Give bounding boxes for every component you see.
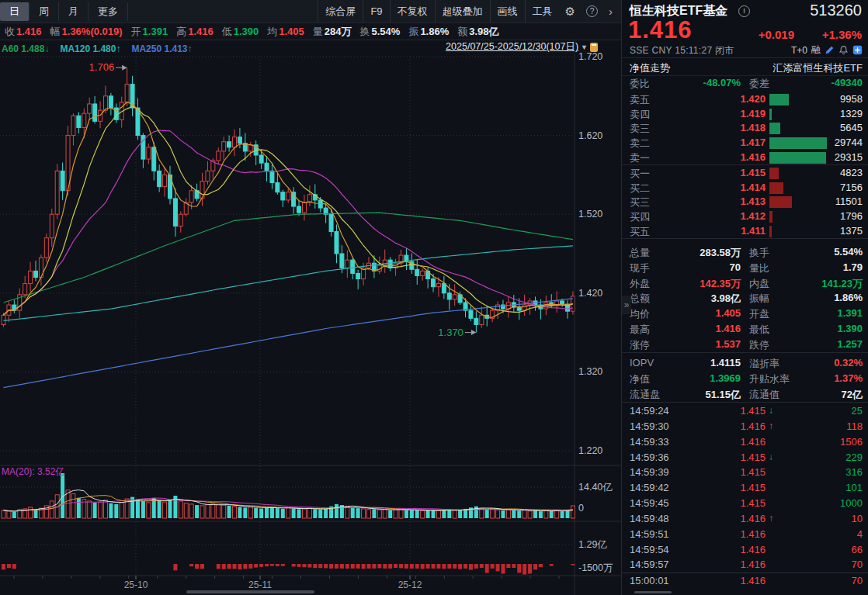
chart-scrollbar[interactable]	[186, 590, 314, 593]
stat-value: 142.35万	[667, 277, 741, 291]
candle-body	[77, 116, 81, 127]
ma-indicator-value: MA250 1.413↑	[131, 43, 192, 54]
flow-bar	[335, 564, 339, 569]
settings-gear-icon[interactable]: ⚙	[565, 5, 575, 19]
ask-volume: 29744	[835, 137, 863, 148]
panel-collapse-handle[interactable]: »	[622, 296, 631, 314]
flow-bar	[426, 564, 430, 569]
tick-volume: 10	[852, 513, 863, 524]
add-watchlist-icon[interactable]	[852, 45, 863, 55]
ask-volume: 1329	[840, 108, 863, 119]
volume-bar	[356, 508, 360, 518]
quote-stat: 换5.54%	[360, 25, 401, 39]
bid-row[interactable]: 买一1.4154823	[622, 166, 868, 181]
candle-body	[248, 145, 252, 151]
toolbar-expand-icon[interactable]: ›	[609, 5, 616, 18]
volume-bar	[34, 510, 38, 518]
flow-bar	[340, 564, 344, 569]
ask-price: 1.416	[684, 151, 766, 163]
tab-more-periods[interactable]: 更多	[89, 2, 128, 21]
flow-bar	[292, 564, 296, 566]
volume-bar	[238, 507, 241, 519]
flow-bar	[410, 564, 414, 569]
quote-stat-label: 量	[313, 26, 323, 37]
menu-composite-screen[interactable]: 综合屏	[318, 0, 363, 22]
ma-indicator-value: A60 1.488↓	[2, 43, 49, 54]
stat-label: 总额	[630, 292, 650, 306]
flow-bar	[356, 564, 360, 569]
ask-volume-bar	[769, 123, 780, 134]
time-and-sales-list[interactable]: 14:59:241.415↓2514:59:301.416↑11814:59:3…	[622, 403, 868, 590]
tick-row: 14:59:481.416↑10	[622, 511, 868, 527]
volume-bar	[281, 509, 285, 518]
bid-level-label: 买一	[630, 167, 650, 181]
ma-indicator-value: MA120 1.480↑	[60, 43, 120, 54]
tick-row: 14:59:301.416↑118	[622, 419, 868, 434]
stat-value: 1.537	[667, 338, 741, 350]
bid-volume: 4823	[840, 167, 863, 178]
stat-label: IOPV	[630, 357, 654, 368]
ask-order-book[interactable]: 卖五1.4209958卖四1.4191329卖三1.4185645卖二1.417…	[622, 92, 868, 165]
tick-price: 1.415	[700, 451, 766, 463]
ask-row[interactable]: 卖三1.4185645	[622, 121, 868, 136]
nav-row: 净值走势 汇添富恒生科技ETF	[622, 60, 868, 76]
quote-stat-value: 1.86%	[420, 26, 449, 37]
tick-row: 14:59:361.415↓229	[622, 450, 868, 465]
linked-fund-name[interactable]: 汇添富恒生科技ETF	[773, 61, 863, 75]
tick-list-scrollbar[interactable]	[634, 591, 672, 593]
help-icon[interactable]: ?	[586, 5, 598, 17]
ask-row[interactable]: 卖二1.41729744	[622, 136, 868, 150]
candle-body	[469, 310, 473, 318]
tab-daily[interactable]: 日	[0, 2, 30, 21]
candle-body	[125, 85, 129, 102]
info-icon[interactable]: !	[738, 5, 750, 17]
nav-trend-label[interactable]: 净值走势	[630, 61, 670, 75]
bid-row[interactable]: 买二1.4147156	[622, 181, 868, 195]
candle-body	[276, 183, 279, 192]
volume-bar	[141, 501, 145, 518]
bid-order-book[interactable]: 买一1.4154823买二1.4147156买三1.41311501买四1.41…	[622, 166, 868, 239]
flow-bar	[383, 564, 387, 569]
ma5-line	[4, 102, 573, 318]
stat-label: 开盘	[749, 307, 769, 321]
flow-bar	[528, 564, 532, 574]
flow-bar	[458, 564, 462, 569]
ask-level-label: 卖二	[630, 137, 650, 150]
tab-weekly[interactable]: 周	[30, 2, 59, 21]
volume-bar	[276, 508, 279, 518]
tick-row: 14:59:421.415101	[622, 480, 868, 496]
stat-value: 1.405	[667, 307, 741, 319]
alert-bell-icon[interactable]	[838, 45, 849, 55]
menu-tools[interactable]: 工具	[525, 0, 560, 22]
volume-ma-label: MA(20): 3.52亿	[2, 466, 64, 477]
edit-pencil-icon[interactable]	[825, 45, 835, 55]
candlestick-chart[interactable]: 1.7061.3701.7201.6201.5201.4201.3201.220…	[0, 40, 621, 595]
stat-value: 1.4115	[667, 357, 741, 368]
candle-body	[82, 113, 86, 127]
bid-row[interactable]: 买四1.4121796	[622, 209, 868, 224]
menu-draw-line[interactable]: 画线	[490, 0, 525, 22]
quote-stat-value: 1.416	[16, 26, 42, 37]
ask-row[interactable]: 卖五1.4209958	[622, 92, 868, 107]
stat-label: 外盘	[630, 277, 650, 291]
volume-bar	[29, 507, 33, 518]
candle-body	[302, 202, 306, 213]
menu-f9[interactable]: F9	[363, 0, 389, 22]
stat-label: 内盘	[749, 277, 769, 291]
quote-stat: 量284万	[313, 25, 352, 39]
y-axis-label: 1.420	[578, 288, 602, 299]
ask-row[interactable]: 卖四1.4191329	[622, 107, 868, 122]
volume-bar	[442, 510, 446, 518]
quote-stat-value: 1.405	[279, 26, 304, 37]
menu-no-adjust[interactable]: 不复权	[390, 0, 435, 22]
volume-bar	[195, 505, 199, 518]
flow-bar	[533, 564, 537, 569]
tab-monthly[interactable]: 月	[59, 2, 89, 21]
arrow-up-icon: ↑	[769, 420, 773, 431]
bid-row[interactable]: 买五1.4111375	[622, 224, 868, 239]
menu-super-overlay[interactable]: 超级叠加	[435, 0, 490, 22]
stat-label: 溢折率	[749, 357, 779, 371]
tick-volume: 101	[845, 482, 863, 493]
bid-row[interactable]: 买三1.41311501	[622, 195, 868, 209]
ask-row[interactable]: 卖一1.41629315	[622, 150, 868, 165]
